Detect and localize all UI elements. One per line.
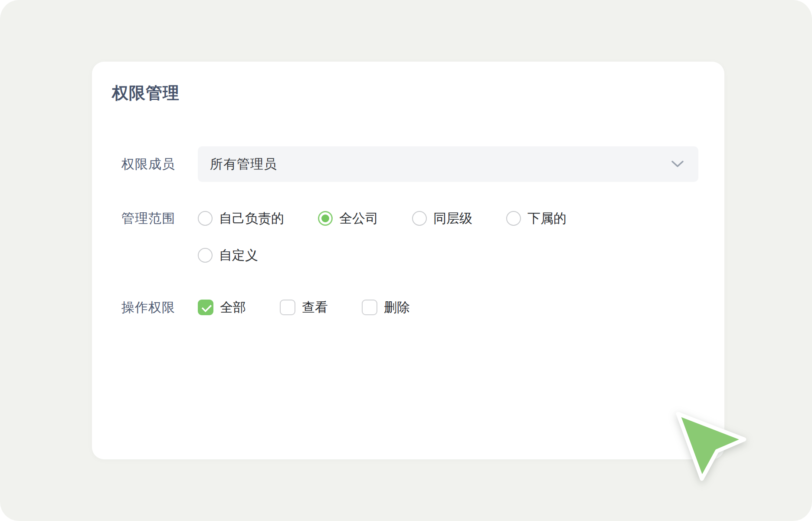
actions-row: 操作权限 全部 查看 删除 xyxy=(121,299,698,316)
radio-option-custom[interactable]: 自定义 xyxy=(198,247,258,264)
scope-radio-group-line2: 自定义 xyxy=(198,247,258,264)
page-background: 权限管理 权限成员 所有管理员 管理范围 自己负责的 xyxy=(0,0,812,521)
checkbox-option-all[interactable]: 全部 xyxy=(198,299,246,317)
checkbox-option-delete[interactable]: 删除 xyxy=(362,299,410,317)
radio-option-whole-company[interactable]: 全公司 xyxy=(318,210,378,228)
radio-selected-icon xyxy=(318,211,333,226)
radio-option-label: 下属的 xyxy=(527,210,566,228)
checkbox-icon xyxy=(362,300,377,315)
radio-icon xyxy=(198,211,213,226)
actions-label: 操作权限 xyxy=(121,299,198,317)
member-label: 权限成员 xyxy=(121,155,198,173)
scope-label: 管理范围 xyxy=(121,210,198,228)
radio-option-same-level[interactable]: 同层级 xyxy=(412,210,472,228)
checkbox-option-label: 查看 xyxy=(302,299,328,317)
radio-icon xyxy=(412,211,427,226)
checkbox-option-label: 全部 xyxy=(220,299,246,317)
member-select[interactable]: 所有管理员 xyxy=(198,146,698,182)
member-select-value: 所有管理员 xyxy=(210,155,277,173)
radio-option-label: 全公司 xyxy=(339,210,378,228)
checkbox-icon xyxy=(280,300,295,315)
checkbox-option-label: 删除 xyxy=(384,299,410,317)
radio-icon xyxy=(506,211,521,226)
chevron-down-icon xyxy=(671,161,684,168)
checkbox-option-view[interactable]: 查看 xyxy=(280,299,328,317)
radio-option-label: 同层级 xyxy=(433,210,472,228)
radio-option-label: 自定义 xyxy=(219,247,258,264)
radio-icon xyxy=(198,248,213,263)
scope-row-line2: 自定义 xyxy=(121,247,698,264)
actions-checkbox-group: 全部 查看 删除 xyxy=(198,299,410,317)
scope-row: 管理范围 自己负责的 全公司 同层级 下属的 xyxy=(121,210,698,227)
radio-option-self[interactable]: 自己负责的 xyxy=(198,210,284,228)
scope-radio-group: 自己负责的 全公司 同层级 下属的 xyxy=(198,210,566,228)
page-title: 权限管理 xyxy=(112,83,180,102)
permission-card: 权限管理 权限成员 所有管理员 管理范围 自己负责的 xyxy=(92,62,724,459)
radio-option-label: 自己负责的 xyxy=(219,210,284,228)
radio-option-subordinates[interactable]: 下属的 xyxy=(506,210,566,228)
member-row: 权限成员 所有管理员 xyxy=(121,146,698,182)
checkbox-checked-icon xyxy=(198,300,213,315)
